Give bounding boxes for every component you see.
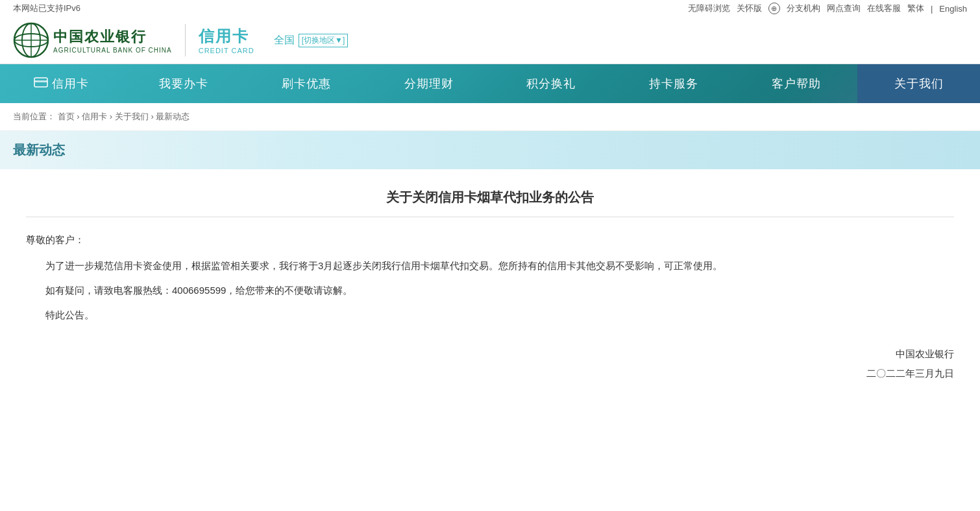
nav-label-points: 积分换礼 [526, 76, 576, 91]
care-mode-link[interactable]: 关怀版 [737, 3, 762, 14]
nav-label-installment: 分期理财 [404, 76, 454, 91]
credit-card-nav-icon [34, 77, 48, 90]
nav-label-discounts: 刷卡优惠 [282, 76, 331, 91]
bank-emblem-icon [13, 22, 49, 58]
nav-item-apply-card[interactable]: 我要办卡 [123, 64, 245, 103]
breadcrumb-sep-2: › [110, 112, 115, 121]
credit-card-english: CREDIT CARD [199, 47, 254, 54]
announcement-footer-date: 二〇二二年三月九日 [26, 364, 954, 383]
header: 中国农业银行 AGRICULTURAL BANK OF CHINA 信用卡 CR… [0, 17, 980, 64]
announcement-title: 关于关闭信用卡烟草代扣业务的公告 [26, 189, 954, 217]
breadcrumb-prefix: 当前位置： [13, 112, 55, 121]
outlet-query-link[interactable]: 网点查询 [827, 3, 861, 14]
nav-label-apply-card: 我要办卡 [159, 76, 208, 91]
bank-name-block: 中国农业银行 AGRICULTURAL BANK OF CHINA [53, 27, 172, 54]
nav-label-help: 客户帮助 [772, 76, 821, 91]
accessibility-link[interactable]: 无障碍浏览 [688, 3, 730, 14]
branch-link[interactable]: 分支机构 [787, 3, 820, 14]
nav-item-discounts[interactable]: 刷卡优惠 [245, 64, 368, 103]
nav-item-help[interactable]: 客户帮助 [735, 64, 858, 103]
announcement-greeting: 尊敬的客户： [26, 230, 954, 250]
page-title-section: 最新动态 [0, 131, 980, 169]
credit-card-chinese: 信用卡 [199, 26, 249, 47]
svg-rect-6 [34, 80, 47, 82]
breadcrumb-home[interactable]: 首页 [58, 112, 75, 121]
nav-label-about-us: 关于我们 [894, 76, 944, 91]
breadcrumb-current: 最新动态 [156, 112, 190, 121]
nav-label-credit-card: 信用卡 [52, 76, 89, 91]
announcement-paragraph2: 如有疑问，请致电客服热线：4006695599，给您带来的不便敬请谅解。 [26, 281, 954, 300]
divider: | [931, 4, 933, 14]
announcement-paragraph3: 特此公告。 [26, 305, 954, 325]
breadcrumb-sep-1: › [77, 112, 82, 121]
traditional-link[interactable]: 繁体 [907, 3, 924, 14]
nav-item-about-us[interactable]: 关于我们 [857, 64, 980, 103]
announcement-footer-org: 中国农业银行 [26, 344, 954, 364]
top-bar-links: 无障碍浏览 关怀版 ⊕ 分支机构 网点查询 在线客服 繁体 | English [688, 3, 967, 14]
nav-label-card-service: 持卡服务 [649, 76, 698, 91]
nav-item-points[interactable]: 积分换礼 [490, 64, 613, 103]
region-name: 全国 [274, 34, 295, 47]
bank-logo[interactable]: 中国农业银行 AGRICULTURAL BANK OF CHINA [13, 22, 172, 58]
page-title: 最新动态 [13, 143, 65, 157]
region-selector[interactable]: 全国 [切换地区▼] [274, 34, 349, 47]
breadcrumb-credit-card[interactable]: 信用卡 [82, 112, 107, 121]
announcement-footer: 中国农业银行 二〇二二年三月九日 [26, 344, 954, 383]
ipv6-notice: 本网站已支持IPv6 [13, 3, 80, 14]
breadcrumb: 当前位置： 首页 › 信用卡 › 关于我们 › 最新动态 [0, 103, 980, 131]
online-service-link[interactable]: 在线客服 [867, 3, 901, 14]
region-switch-button[interactable]: [切换地区▼] [299, 34, 349, 47]
content-area: 关于关闭信用卡烟草代扣业务的公告 尊敬的客户： 为了进一步规范信用卡资金使用，根… [6, 176, 974, 435]
announcement-paragraph1: 为了进一步规范信用卡资金使用，根据监管相关要求，我行将于3月起逐步关闭我行信用卡… [26, 256, 954, 276]
bank-name-english: AGRICULTURAL BANK OF CHINA [53, 47, 172, 54]
nav-item-credit-card[interactable]: 信用卡 [0, 64, 123, 103]
main-nav: 信用卡 我要办卡 刷卡优惠 分期理财 积分换礼 持卡服务 客户帮助 关于我们 [0, 64, 980, 103]
nav-item-card-service[interactable]: 持卡服务 [613, 64, 735, 103]
globe-icon: ⊕ [768, 3, 780, 14]
announcement-body: 尊敬的客户： 为了进一步规范信用卡资金使用，根据监管相关要求，我行将于3月起逐步… [26, 230, 954, 383]
top-bar: 本网站已支持IPv6 无障碍浏览 关怀版 ⊕ 分支机构 网点查询 在线客服 繁体… [0, 0, 980, 17]
breadcrumb-about-us[interactable]: 关于我们 [115, 112, 149, 121]
nav-item-installment[interactable]: 分期理财 [367, 64, 490, 103]
credit-card-label: 信用卡 CREDIT CARD [199, 26, 254, 54]
header-divider [185, 24, 186, 56]
english-link[interactable]: English [939, 4, 967, 14]
bank-name-chinese: 中国农业银行 [53, 27, 172, 47]
